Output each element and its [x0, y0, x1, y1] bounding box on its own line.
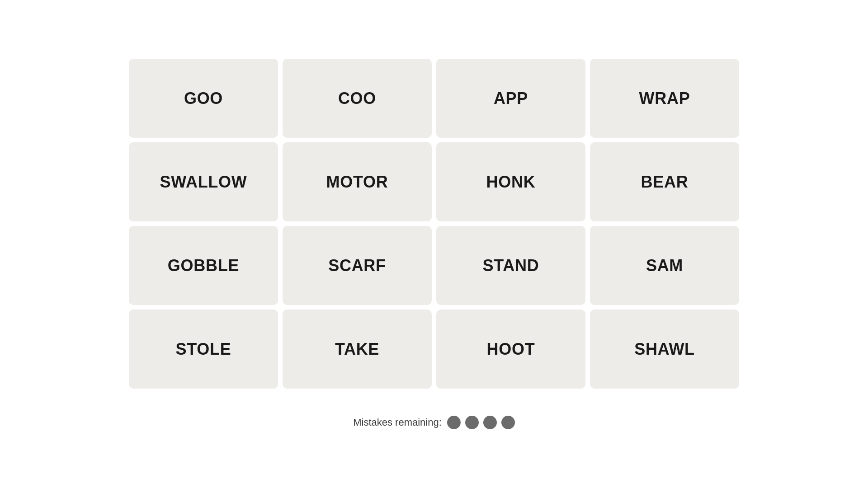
word-label-take: TAKE: [335, 340, 379, 359]
word-card-honk[interactable]: HONK: [436, 142, 585, 221]
word-label-swallow: SWALLOW: [160, 173, 247, 192]
word-card-bear[interactable]: BEAR: [590, 142, 739, 221]
word-card-hoot[interactable]: HOOT: [436, 310, 585, 389]
mistake-dot-1: [447, 416, 461, 429]
word-label-scarf: SCARF: [328, 256, 386, 275]
word-card-scarf[interactable]: SCARF: [283, 226, 432, 305]
word-card-shawl[interactable]: SHAWL: [590, 310, 739, 389]
mistake-dot-4: [501, 416, 515, 429]
word-card-gobble[interactable]: GOBBLE: [129, 226, 278, 305]
word-label-coo: COO: [338, 89, 376, 108]
word-card-motor[interactable]: MOTOR: [283, 142, 432, 221]
word-label-wrap: WRAP: [639, 89, 690, 108]
word-card-coo[interactable]: COO: [283, 59, 432, 138]
word-grid: GOOCOOAPPWRAPSWALLOWMOTORHONKBEARGOBBLES…: [129, 59, 739, 389]
word-card-goo[interactable]: GOO: [129, 59, 278, 138]
mistakes-dots: [447, 416, 515, 429]
word-card-sam[interactable]: SAM: [590, 226, 739, 305]
word-label-stand: STAND: [483, 256, 539, 275]
word-label-gobble: GOBBLE: [168, 256, 239, 275]
word-card-stand[interactable]: STAND: [436, 226, 585, 305]
word-label-hoot: HOOT: [487, 340, 535, 359]
word-label-bear: BEAR: [641, 173, 689, 192]
mistake-dot-2: [465, 416, 479, 429]
word-label-sam: SAM: [646, 256, 683, 275]
word-label-goo: GOO: [184, 89, 223, 108]
mistakes-label: Mistakes remaining:: [353, 417, 442, 428]
word-label-shawl: SHAWL: [634, 340, 695, 359]
word-card-app[interactable]: APP: [436, 59, 585, 138]
word-label-motor: MOTOR: [326, 173, 388, 192]
word-card-take[interactable]: TAKE: [283, 310, 432, 389]
word-label-app: APP: [494, 89, 528, 108]
word-label-stole: STOLE: [176, 340, 231, 359]
word-card-wrap[interactable]: WRAP: [590, 59, 739, 138]
word-label-honk: HONK: [486, 173, 536, 192]
mistake-dot-3: [483, 416, 497, 429]
mistakes-row: Mistakes remaining:: [353, 416, 515, 429]
word-card-swallow[interactable]: SWALLOW: [129, 142, 278, 221]
word-card-stole[interactable]: STOLE: [129, 310, 278, 389]
